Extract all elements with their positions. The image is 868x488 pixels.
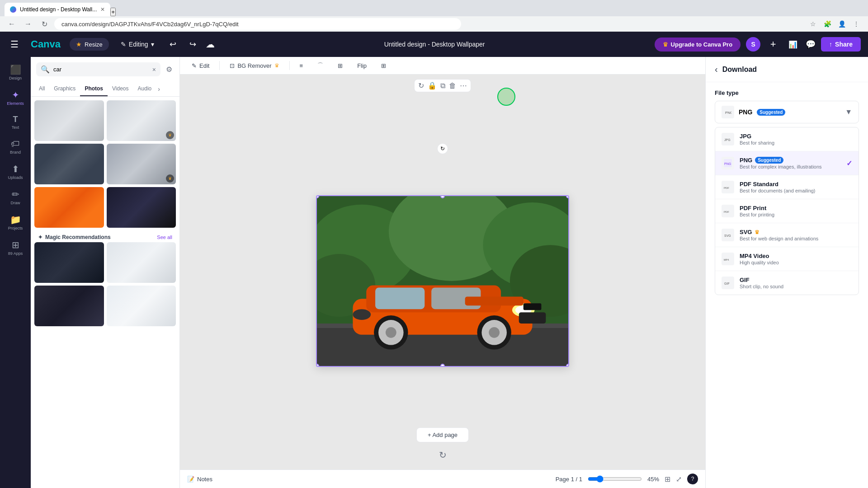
upgrade-button[interactable]: ♛ Upgrade to Canva Pro bbox=[655, 38, 741, 52]
transparency-icon: ⊞ bbox=[381, 62, 386, 69]
duplicate-button[interactable]: ⧉ bbox=[440, 81, 445, 90]
image-item[interactable] bbox=[107, 187, 176, 228]
file-type-gif[interactable]: GIF GIF Short clip, no sound bbox=[715, 271, 859, 295]
see-all-button[interactable]: See all bbox=[157, 235, 172, 240]
search-clear-button[interactable]: × bbox=[152, 66, 156, 73]
canva-logo-button[interactable]: Canva bbox=[27, 38, 64, 50]
image-item[interactable] bbox=[34, 187, 104, 228]
tab-graphics[interactable]: Graphics bbox=[49, 82, 80, 96]
fit-view-button[interactable]: ⤢ bbox=[676, 475, 682, 483]
resize-button[interactable]: ★ Resize bbox=[70, 38, 109, 51]
notes-button[interactable]: 📝 Notes bbox=[187, 476, 212, 483]
zoom-slider[interactable] bbox=[588, 475, 642, 483]
image-item[interactable] bbox=[107, 286, 176, 326]
crop-icon: ⊞ bbox=[338, 62, 343, 69]
search-input[interactable] bbox=[53, 62, 149, 76]
upgrade-label: Upgrade to Canva Pro bbox=[671, 41, 733, 48]
file-type-svg[interactable]: SVG SVG ♛ Best for web design and animat… bbox=[715, 223, 859, 247]
file-type-jpg[interactable]: JPG JPG Best for sharing bbox=[715, 127, 859, 151]
user-avatar-button[interactable]: S bbox=[746, 37, 760, 52]
crown-icon: ♛ bbox=[663, 41, 668, 48]
add-page-button[interactable]: + Add page bbox=[416, 427, 469, 442]
sidebar-item-apps[interactable]: ⊞ 89 Apps bbox=[2, 236, 29, 259]
add-person-button[interactable]: + bbox=[766, 37, 780, 52]
flip-button[interactable]: Flip bbox=[353, 61, 371, 71]
left-sidebar: ⬛ Design ✦ Elements T Text 🏷 Brand ⬆ Upl… bbox=[0, 57, 31, 488]
edit-label: Edit bbox=[199, 62, 209, 69]
back-button[interactable]: ← bbox=[5, 18, 18, 30]
bookmark-button[interactable]: ☆ bbox=[807, 18, 819, 30]
svg-point-17 bbox=[386, 327, 396, 338]
address-bar[interactable]: canva.com/design/DAGPJTKvAhs/F4VCb2dag6V… bbox=[54, 18, 461, 30]
canvas-frame[interactable] bbox=[316, 195, 569, 367]
analytics-button[interactable]: 📊 bbox=[786, 37, 800, 52]
share-button[interactable]: ↑ Share bbox=[821, 37, 861, 52]
image-item[interactable]: ♛ bbox=[107, 144, 176, 184]
bg-remover-button[interactable]: ⊡ BG Remover ♛ bbox=[225, 61, 283, 71]
tab-all[interactable]: All bbox=[34, 82, 49, 96]
active-browser-tab[interactable]: Untitled design - Desktop Wall... ✕ bbox=[5, 3, 110, 16]
editing-button[interactable]: ✎ Editing ▾ bbox=[114, 38, 160, 51]
extensions-button[interactable]: 🧩 bbox=[821, 18, 834, 30]
edit-button[interactable]: ✎ Edit bbox=[187, 61, 214, 71]
sidebar-item-design[interactable]: ⬛ Design bbox=[2, 61, 29, 84]
image-item[interactable] bbox=[34, 144, 104, 184]
refresh-button[interactable]: ↻ bbox=[38, 18, 51, 30]
tab-videos[interactable]: Videos bbox=[108, 82, 133, 96]
crop-button[interactable]: ⊞ bbox=[333, 61, 347, 71]
tab-close-btn[interactable]: ✕ bbox=[100, 6, 105, 13]
lock-button[interactable]: 🔒 bbox=[428, 81, 437, 90]
file-type-mp4[interactable]: MP4 MP4 Video High quality video bbox=[715, 247, 859, 271]
redo-button[interactable]: ↪ bbox=[186, 37, 200, 52]
new-tab-button[interactable]: + bbox=[110, 8, 116, 16]
image-item[interactable] bbox=[107, 242, 176, 283]
sidebar-item-brand[interactable]: 🏷 Brand bbox=[2, 135, 29, 158]
hamburger-menu-button[interactable]: ☰ bbox=[7, 37, 22, 52]
image-item[interactable] bbox=[34, 100, 104, 141]
editing-label: Editing bbox=[129, 41, 148, 48]
gif-info: GIF Short clip, no sound bbox=[740, 277, 852, 289]
file-type-png[interactable]: PNG PNG Suggested Best for complex image… bbox=[715, 151, 859, 175]
delete-button[interactable]: 🗑 bbox=[449, 81, 456, 90]
rotate-button[interactable]: ↻ bbox=[418, 81, 424, 90]
file-type-pdf-print[interactable]: PDF PDF Print Best for printing bbox=[715, 199, 859, 223]
svg-text:GIF: GIF bbox=[724, 282, 730, 285]
file-type-pdf-standard[interactable]: PDF PDF Standard Best for documents (and… bbox=[715, 175, 859, 199]
svg-text:PDF: PDF bbox=[724, 211, 729, 213]
download-body: File type PNG PNG Suggested ▼ bbox=[706, 82, 868, 488]
handle-bottom-left[interactable] bbox=[316, 364, 319, 367]
help-button[interactable]: ? bbox=[687, 474, 698, 484]
handle-bottom-middle[interactable] bbox=[440, 364, 445, 367]
tab-more-button[interactable]: › bbox=[156, 82, 162, 96]
image-item[interactable]: ♛ bbox=[107, 100, 176, 141]
rotation-handle[interactable]: ↻ bbox=[437, 143, 448, 154]
sidebar-item-draw[interactable]: ✏ Draw bbox=[2, 185, 29, 209]
comments-button[interactable]: 💬 bbox=[806, 39, 816, 49]
tab-photos[interactable]: Photos bbox=[80, 82, 108, 96]
svg-text:PNG: PNG bbox=[725, 111, 731, 115]
transparency-button[interactable]: ⊞ bbox=[377, 61, 391, 71]
sidebar-item-uploads[interactable]: ⬆ Uploads bbox=[2, 160, 29, 183]
sidebar-item-projects[interactable]: 📁 Projects bbox=[2, 211, 29, 234]
canvas-rotate-button[interactable]: ↻ bbox=[439, 450, 447, 460]
download-back-button[interactable]: ‹ bbox=[715, 64, 718, 75]
more-options-button[interactable]: ⋯ bbox=[460, 81, 467, 90]
file-type-dropdown[interactable]: PNG PNG Suggested ▼ bbox=[715, 101, 859, 123]
undo-button[interactable]: ↩ bbox=[166, 37, 180, 52]
image-item[interactable] bbox=[34, 286, 104, 326]
tab-audio[interactable]: Audio bbox=[133, 82, 156, 96]
handle-top-right[interactable] bbox=[566, 195, 569, 198]
handle-bottom-right[interactable] bbox=[566, 364, 569, 367]
sidebar-item-text[interactable]: T Text bbox=[2, 111, 29, 133]
profile-button[interactable]: 👤 bbox=[835, 18, 848, 30]
image-item[interactable] bbox=[34, 242, 104, 283]
cloud-save-button[interactable]: ☁ bbox=[206, 39, 215, 50]
corner-button[interactable]: ⌒ bbox=[313, 60, 328, 71]
filter-button[interactable]: ⚙ bbox=[164, 63, 174, 75]
sidebar-item-elements[interactable]: ✦ Elements bbox=[2, 86, 29, 109]
forward-button[interactable]: → bbox=[22, 18, 34, 30]
more-button[interactable]: ⋮ bbox=[850, 18, 863, 30]
grid-view-button[interactable]: ⊞ bbox=[665, 475, 670, 483]
align-button[interactable]: ≡ bbox=[295, 61, 308, 71]
selected-file-type: PNG bbox=[739, 108, 752, 116]
